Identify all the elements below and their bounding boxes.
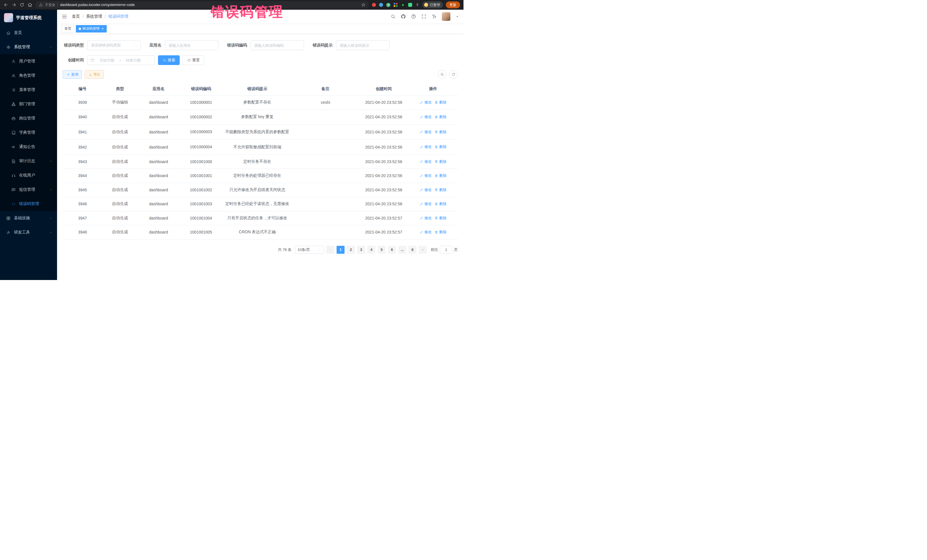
error-hint-input[interactable] <box>336 41 390 50</box>
add-button[interactable]: 新增 <box>63 70 82 79</box>
sidebar-item-4[interactable]: 菜单管理 <box>0 83 57 97</box>
edit-link[interactable]: 修改 <box>419 129 432 135</box>
cell-actions: 修改删除 <box>409 183 458 197</box>
hamburger-icon[interactable] <box>62 14 67 20</box>
page-button-5[interactable]: 5 <box>378 246 386 254</box>
breadcrumb-item-2[interactable]: 错误码管理 <box>108 14 128 19</box>
browser-chrome: 不安全 dashboard.yudao.iocoder.cn/system/er… <box>0 0 464 10</box>
edit-link[interactable]: 修改 <box>419 114 432 120</box>
delete-link[interactable]: 删除 <box>435 187 447 193</box>
edit-link[interactable]: 修改 <box>419 144 432 149</box>
update-button[interactable]: 更新 <box>446 2 460 8</box>
cell-id: 3942 <box>63 140 102 155</box>
extension-icon[interactable] <box>372 3 376 7</box>
sidebar-item-5[interactable]: 部门管理 <box>0 97 57 111</box>
delete-link[interactable]: 删除 <box>435 100 447 105</box>
fullscreen-icon[interactable] <box>421 14 426 19</box>
refresh-table-button[interactable] <box>449 70 458 79</box>
edit-link[interactable]: 修改 <box>419 187 432 193</box>
reset-button[interactable]: 重置 <box>182 55 204 65</box>
delete-link[interactable]: 删除 <box>435 201 447 206</box>
paused-badge[interactable]: 已暂停 <box>422 2 443 8</box>
sidebar-item-1[interactable]: 系统管理 <box>0 40 57 54</box>
search-icon[interactable] <box>391 14 396 19</box>
delete-link[interactable]: 删除 <box>435 144 447 149</box>
tab-0[interactable]: 首页 <box>62 25 74 32</box>
error-type-select[interactable]: 请选择错误码类型 <box>87 41 141 50</box>
sidebar-item-12[interactable]: 错误码管理 <box>0 197 57 211</box>
extension-icon[interactable] <box>401 3 405 7</box>
cell-time: 2021-04-20 23:52:56 <box>359 140 409 155</box>
cell-type: 自动生成 <box>102 124 138 140</box>
page-button-2[interactable]: 2 <box>347 246 355 254</box>
app-logo[interactable]: 芋道管理系统 <box>0 10 57 26</box>
pin-icon[interactable] <box>415 3 419 7</box>
page-size-select[interactable]: 10条/页 <box>295 246 324 254</box>
end-date-input[interactable] <box>122 58 144 62</box>
sidebar-item-3[interactable]: 角色管理 <box>0 68 57 83</box>
sidebar-item-9[interactable]: 审计日志 <box>0 154 57 168</box>
more-pages-button[interactable]: ... <box>398 246 406 254</box>
infrastructure-icon <box>6 216 11 220</box>
page-button-3[interactable]: 3 <box>357 246 365 254</box>
back-icon[interactable] <box>3 2 9 8</box>
sidebar-item-7[interactable]: 字典管理 <box>0 126 57 140</box>
page-button-6[interactable]: 6 <box>388 246 396 254</box>
sidebar-item-11[interactable]: 短信管理 <box>0 182 57 197</box>
cell-hint: 只允许修改为开启或者关闭状态 <box>223 183 292 197</box>
edit-link[interactable]: 修改 <box>419 216 432 221</box>
vue-devtools-extension-icon[interactable]: V <box>386 3 391 7</box>
page-button-1[interactable]: 1 <box>337 246 345 254</box>
close-icon[interactable]: × <box>102 27 104 30</box>
delete-link[interactable]: 删除 <box>435 114 447 120</box>
help-icon[interactable] <box>411 14 416 19</box>
delete-link[interactable]: 删除 <box>435 159 447 164</box>
search-button[interactable]: 搜索 <box>158 55 180 65</box>
edit-link[interactable]: 修改 <box>419 159 432 164</box>
sidebar-item-10[interactable]: 在线用户 <box>0 168 57 182</box>
toggle-search-button[interactable] <box>438 70 447 79</box>
delete-link[interactable]: 删除 <box>435 216 447 221</box>
error-code-input[interactable] <box>251 41 304 50</box>
date-range-picker[interactable]: - <box>87 55 155 65</box>
next-page-button[interactable] <box>419 246 427 254</box>
delete-link[interactable]: 删除 <box>435 173 447 178</box>
page-content: 错误码类型 请选择错误码类型 应用名 错误码编码 错误码提示 <box>57 34 464 280</box>
page-button-4[interactable]: 4 <box>368 246 375 254</box>
caret-down-icon[interactable] <box>456 15 459 18</box>
address-bar[interactable]: 不安全 dashboard.yudao.iocoder.cn/system/er… <box>35 1 369 9</box>
goto-page-input[interactable] <box>440 246 452 254</box>
sidebar-item-8[interactable]: 通知公告 <box>0 140 57 154</box>
cell-type: 自动生成 <box>102 211 138 225</box>
font-size-icon[interactable] <box>432 14 437 19</box>
reload-icon[interactable] <box>20 2 24 8</box>
export-button[interactable]: 导出 <box>85 70 104 79</box>
sidebar-item-6[interactable]: 岗位管理 <box>0 111 57 126</box>
user-avatar[interactable] <box>442 12 450 21</box>
edit-link[interactable]: 修改 <box>419 173 432 178</box>
delete-link[interactable]: 删除 <box>435 129 447 135</box>
extension-icon[interactable] <box>408 3 412 7</box>
breadcrumb-item-1[interactable]: 系统管理 <box>86 14 102 19</box>
delete-link[interactable]: 删除 <box>435 229 447 235</box>
forward-icon[interactable] <box>11 2 17 8</box>
sidebar-item-0[interactable]: 首页 <box>0 26 57 40</box>
edit-link[interactable]: 修改 <box>419 229 432 235</box>
edit-link[interactable]: 修改 <box>419 100 432 105</box>
bookmark-star-icon[interactable] <box>361 3 366 7</box>
breadcrumb-item-0[interactable]: 首页 <box>72 14 80 19</box>
github-icon[interactable] <box>401 14 406 19</box>
extension-icon[interactable] <box>379 3 383 7</box>
page-button-8[interactable]: 8 <box>409 246 416 254</box>
edit-link[interactable]: 修改 <box>419 201 432 206</box>
prev-page-button[interactable] <box>326 246 334 254</box>
sidebar-item-label: 字典管理 <box>19 130 35 135</box>
start-date-input[interactable] <box>96 58 118 62</box>
sidebar-item-14[interactable]: 研发工具 <box>0 225 57 240</box>
extension-icon[interactable] <box>394 3 398 7</box>
sidebar-item-13[interactable]: 基础设施 <box>0 211 57 225</box>
app-name-input[interactable] <box>165 41 219 50</box>
browser-home-icon[interactable] <box>27 2 32 8</box>
tab-1[interactable]: 错误码管理× <box>76 25 107 32</box>
sidebar-item-2[interactable]: 用户管理 <box>0 54 57 68</box>
